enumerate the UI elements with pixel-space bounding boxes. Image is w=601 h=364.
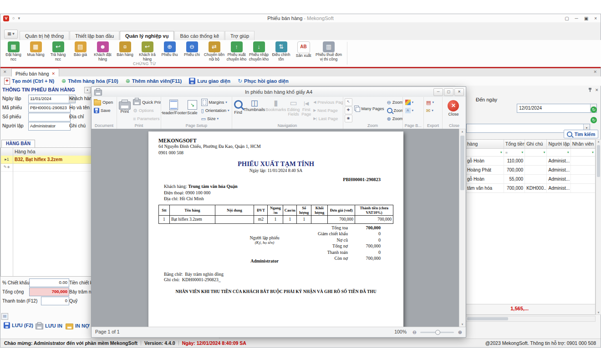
zoom-slider[interactable]	[420, 332, 454, 333]
dialog-minimize-button[interactable]: ─	[433, 88, 443, 96]
restore-layout-button[interactable]: ↻Phục hồi giao diện	[238, 78, 289, 84]
form-collapse-button[interactable]: ▴	[84, 87, 91, 93]
column-header-nhan-vien[interactable]: Nhân viên	[571, 140, 595, 148]
many-pages-button[interactable]: Many Pages	[353, 105, 385, 112]
ribbon-item-tra-hang-ncc[interactable]: ↩Trả hàng ncc	[47, 40, 69, 67]
table-row[interactable]: gỗ Hoàn 55,000 Administ...	[466, 175, 595, 184]
open-button[interactable]: Open	[93, 98, 114, 106]
orientation-button[interactable]: ▯Orientation▾	[200, 106, 230, 114]
ribbon-item-san-xuat[interactable]: ABSản xuất	[292, 40, 315, 67]
grid-column-hang-hoa[interactable]: Hàng hóa	[15, 148, 36, 156]
funnel-icon[interactable]: ▼	[567, 149, 570, 156]
scroll-up-icon[interactable]: ▲	[459, 130, 465, 133]
save-layout-button[interactable]: Lưu giao diện	[189, 78, 230, 84]
menu-grid-button[interactable]: ▦ ▾	[4, 30, 18, 39]
pan-tool-icon[interactable]: ✚	[345, 106, 352, 114]
zoom-button[interactable]: Zoom▾	[386, 106, 403, 114]
size-button[interactable]: ▭Size▾	[200, 115, 230, 122]
scrollbar-thumb[interactable]	[467, 317, 508, 320]
new-button[interactable]: ✚Tạo mới (Ctrl + N)	[4, 78, 54, 85]
dialog-close-button[interactable]: ✕	[454, 88, 464, 96]
filter-cell-creator[interactable]: ▼	[547, 149, 570, 156]
menu-tab-thiet-lap-ban-dau[interactable]: Thiết lập ban đầu	[70, 31, 119, 40]
table-row[interactable]: gỗ Hoàn 110,000 Administ...	[466, 157, 595, 166]
scroll-down-icon[interactable]: ▼	[459, 323, 465, 326]
payment-input[interactable]: 0	[41, 297, 69, 305]
add-employee-button[interactable]: ⊕Thêm nhân viên(F11)	[126, 78, 182, 84]
zoom-in-button[interactable]: ⊕Zoom In	[386, 115, 403, 122]
quick-print-button[interactable]: Quick Print	[132, 98, 161, 106]
ribbon-item-phieu-xuat-chuyen-kho[interactable]: ↑Phiếu xuất chuyển kho	[225, 40, 248, 67]
table-row[interactable]: tâm văn hóa 700,000 KDH000... Administ..…	[466, 184, 595, 193]
funnel-icon[interactable]: ▼	[521, 149, 524, 156]
filter-cell-name[interactable]: ▼	[466, 149, 504, 156]
date-created-input[interactable]: 11/01/2024▾	[28, 95, 76, 103]
header-footer-button[interactable]: Header/Footer	[163, 98, 184, 116]
voucher-number-input[interactable]	[28, 113, 71, 121]
save-button[interactable]: LƯU (F2)	[4, 322, 33, 329]
marquee-zoom-icon[interactable]: ◉	[345, 115, 352, 122]
save-button[interactable]: Save	[93, 106, 114, 114]
panel-close-icon[interactable]: ✕	[595, 88, 599, 92]
first-page-button[interactable]: |◀First Page	[301, 98, 311, 117]
ribbon-item-phieu-thu[interactable]: ⊕Phiếu thu	[158, 40, 181, 67]
filter-cell-total[interactable]: =▼	[504, 149, 525, 156]
watermark-button[interactable]: ▾	[404, 106, 415, 114]
grid-cell-item-name[interactable]: B32, Bạt hiflex 3.2zem	[15, 156, 62, 163]
tabbar-close-right-button[interactable]: ✕	[593, 70, 597, 74]
voucher-code-input[interactable]: PBH00001-290823	[28, 104, 71, 112]
scrollbar-thumb[interactable]	[460, 136, 464, 190]
grand-total-input[interactable]: 700,000	[29, 288, 69, 296]
fullscreen-button[interactable]: ▢	[565, 16, 569, 21]
column-header-ghi-chu[interactable]: Ghi chú	[525, 140, 547, 148]
tabbar-close-left-button[interactable]: ✕	[3, 70, 7, 74]
previous-page-button[interactable]: ◀Previous Page	[312, 98, 343, 106]
zoom-slider-thumb[interactable]	[435, 330, 440, 335]
preview-vertical-scrollbar[interactable]: ▲ ▼	[459, 129, 466, 327]
zoom-out-button[interactable]: ⊖Zoom Out	[386, 98, 403, 106]
ribbon-item-chuyen-tien-noi-bo[interactable]: ⇄Chuyển tiền nội bộ	[203, 40, 225, 67]
filter-cell-note[interactable]: ▼	[525, 149, 547, 156]
save-print-button[interactable]: LƯU IN	[36, 322, 62, 329]
pointer-tool-icon[interactable]: ↖	[345, 98, 352, 106]
restore-button[interactable]: ▣	[584, 16, 588, 21]
column-header-khach-hang[interactable]: hàng	[466, 140, 504, 148]
column-header-nguoi-lap[interactable]: Người lập	[547, 140, 570, 148]
funnel-icon[interactable]: ▼	[500, 149, 503, 156]
funnel-icon[interactable]: ▼	[591, 149, 594, 156]
ribbon-item-dat-hang-ncc[interactable]: ▦Đặt hàng ncc	[2, 40, 25, 67]
scroll-down-icon[interactable]: ▼	[596, 311, 601, 314]
ribbon-item-mua-hang[interactable]: ▦Mua hàng	[25, 40, 47, 67]
last-page-button[interactable]: ▶|Last Page	[312, 115, 343, 122]
right-horizontal-scrollbar[interactable]	[465, 316, 596, 322]
menu-tab-bao-cao-thong-ke[interactable]: Báo cáo thống kê	[174, 31, 224, 40]
menu-tab-quan-ly-nghiep-vu[interactable]: Quản lý nghiệp vụ	[120, 31, 174, 40]
zoom-out-icon[interactable]: ⊖	[413, 329, 417, 335]
ribbon-item-phieu-nhap-chuyen-kho[interactable]: ↓Phiếu nhập chuyển kho	[248, 40, 270, 67]
close-button[interactable]: ×	[594, 16, 597, 21]
menu-tab-tro-giup[interactable]: Trợ giúp	[225, 31, 255, 40]
refresh-customers-icon[interactable]: ↻	[591, 106, 597, 113]
ribbon-item-phieu-chi[interactable]: ⊖Phiếu chi	[181, 40, 203, 67]
thumbnails-button[interactable]: ◫Thumbnails	[244, 98, 265, 113]
pin-icon[interactable]	[588, 87, 592, 92]
find-button[interactable]: Find	[234, 98, 243, 116]
export-document-button[interactable]: ▤▾	[425, 98, 435, 106]
ribbon-item-khach-dat-hang[interactable]: ☻Khách đặt hàng	[92, 40, 114, 67]
ribbon-item-dieu-chinh-ton[interactable]: ⇅Điều chỉnh tồn	[270, 40, 292, 67]
print-button[interactable]: Print	[118, 98, 131, 115]
preview-area[interactable]: MEKONGSOFT 64 Nguyễn Đình Chiểu, Phường …	[92, 129, 466, 327]
next-page-button[interactable]: ▶Next Page	[312, 106, 343, 114]
to-date-input[interactable]: 12/01/2024▾	[517, 104, 597, 113]
add-item-button[interactable]: ⊕Thêm hàng hóa (F10)	[61, 78, 118, 84]
scroll-up-icon[interactable]: ▲	[596, 140, 601, 143]
creator-input[interactable]: Administrator	[28, 122, 71, 131]
doc-tab-close-icon[interactable]: ✕	[52, 71, 56, 76]
scale-button[interactable]: ↘Scale	[185, 98, 199, 116]
editing-fields-button[interactable]: ▭Editing Fields	[287, 98, 300, 117]
refresh-employees-icon[interactable]: ↻	[591, 117, 597, 123]
scrollbar-thumb[interactable]	[597, 145, 600, 177]
minimize-button[interactable]: ─	[575, 16, 578, 21]
zoom-in-icon[interactable]: ⊕	[458, 329, 462, 335]
print-debt-button[interactable]: IN NỢ	[66, 322, 89, 329]
